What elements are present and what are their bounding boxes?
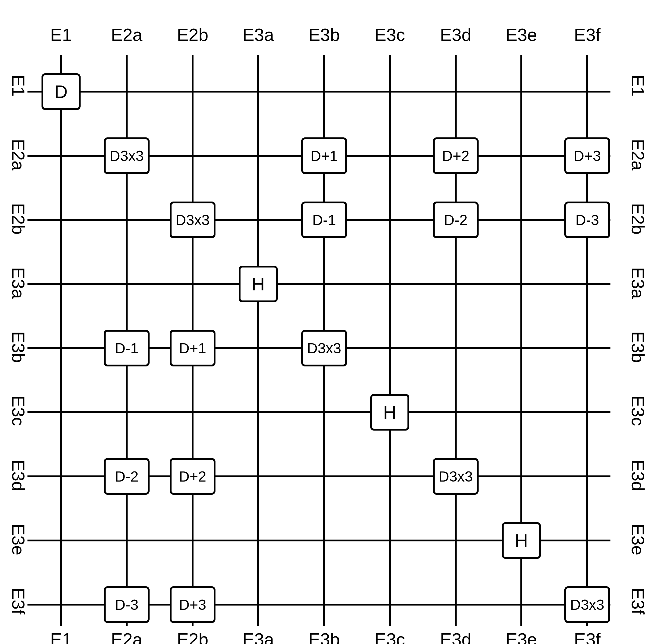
col-label-top: E3a: [242, 24, 274, 45]
col-label-bottom: E3e: [506, 629, 537, 644]
matrix-cell: D3x3: [433, 458, 478, 495]
col-label-top: E3d: [440, 24, 471, 45]
row-label-right: E2a: [628, 139, 648, 170]
matrix-cell: D: [42, 73, 80, 110]
grid-col-line: [257, 55, 259, 626]
matrix-cell: H: [370, 394, 409, 431]
grid-row-line: [27, 283, 610, 285]
row-label-right: E3c: [628, 395, 648, 426]
grid-col-line: [60, 55, 62, 626]
col-label-top: E2b: [177, 24, 208, 45]
matrix-cell: D-3: [564, 202, 610, 238]
matrix-cell: D+2: [170, 458, 215, 495]
matrix-diagram: E1E1E2aE2aE2bE2bE3aE3aE3bE3bE3cE3cE3dE3d…: [0, 0, 655, 644]
col-label-bottom: E3b: [308, 629, 340, 644]
row-label-right: E3b: [628, 331, 648, 363]
row-label-right: E3e: [628, 524, 648, 555]
row-label-left: E3e: [8, 524, 29, 555]
row-label-right: E2b: [628, 203, 648, 234]
matrix-cell: D+3: [564, 137, 610, 174]
grid-row-line: [27, 411, 610, 413]
matrix-cell: D-2: [104, 458, 149, 495]
row-label-left: E3f: [8, 588, 29, 614]
row-label-left: E1: [8, 75, 29, 96]
row-label-right: E3a: [628, 267, 648, 299]
row-label-left: E2a: [8, 139, 29, 170]
col-label-bottom: E2a: [111, 629, 142, 644]
col-label-bottom: E3d: [440, 629, 471, 644]
col-label-bottom: E2b: [177, 629, 208, 644]
col-label-bottom: E3a: [242, 629, 274, 644]
matrix-cell: D3x3: [301, 330, 347, 366]
col-label-bottom: E3f: [574, 629, 600, 644]
row-label-right: E3f: [628, 588, 648, 614]
row-label-right: E1: [628, 75, 648, 96]
col-label-top: E3f: [574, 24, 600, 45]
row-label-left: E3a: [8, 267, 29, 299]
row-label-left: E3c: [8, 395, 29, 426]
col-label-top: E1: [50, 24, 72, 45]
col-label-top: E3c: [375, 24, 405, 45]
matrix-cell: D+2: [433, 137, 478, 174]
row-label-right: E3d: [628, 460, 648, 491]
col-label-top: E2a: [111, 24, 142, 45]
row-label-left: E2b: [8, 203, 29, 234]
row-label-left: E3b: [8, 331, 29, 363]
grid-col-line: [389, 55, 391, 626]
matrix-cell: D+1: [301, 137, 347, 174]
matrix-cell: D3x3: [564, 586, 610, 623]
matrix-cell: D+3: [170, 586, 215, 623]
col-label-bottom: E1: [50, 629, 72, 644]
matrix-cell: D-3: [104, 586, 149, 623]
grid-row-line: [27, 91, 610, 93]
matrix-cell: D3x3: [104, 137, 149, 174]
col-label-bottom: E3c: [375, 629, 405, 644]
matrix-cell: D-2: [433, 202, 478, 238]
matrix-cell: D-1: [301, 202, 347, 238]
col-label-top: E3e: [506, 24, 537, 45]
matrix-cell: H: [502, 522, 541, 559]
row-label-left: E3d: [8, 460, 29, 491]
matrix-cell: D+1: [170, 330, 215, 366]
matrix-cell: D-1: [104, 330, 149, 366]
matrix-cell: H: [239, 266, 278, 302]
matrix-cell: D3x3: [170, 202, 215, 238]
col-label-top: E3b: [308, 24, 340, 45]
